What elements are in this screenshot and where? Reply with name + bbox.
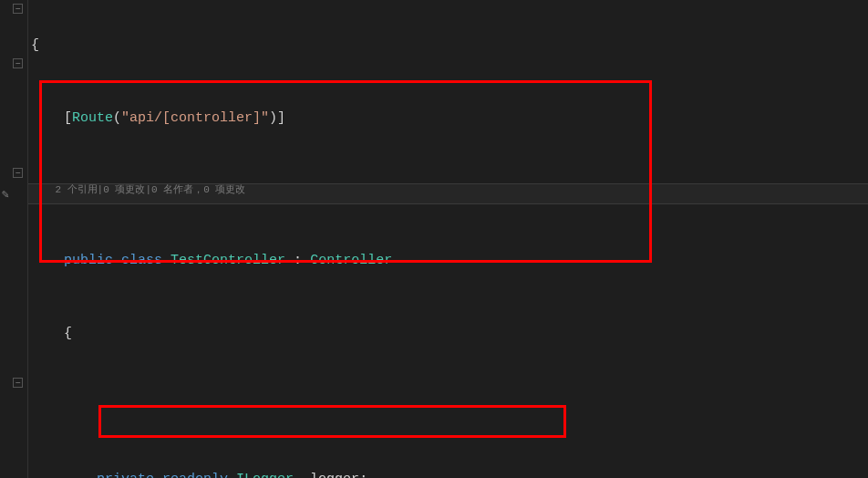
code-editor[interactable]: − − − − ✎ { [Route("api/[controller]")] …: [0, 0, 868, 478]
gutter: − − − −: [0, 0, 28, 478]
fold-icon[interactable]: −: [13, 168, 23, 178]
brace-open: {: [31, 37, 39, 53]
field-type: ILogger: [236, 472, 294, 478]
kw-private: private: [97, 472, 154, 478]
lightbulb-icon[interactable]: ✎: [2, 186, 9, 204]
class-name: TestController: [170, 253, 285, 268]
codelens[interactable]: 2 个引用|0 项更改|0 名作者，0 项更改: [31, 182, 868, 197]
fold-icon[interactable]: −: [13, 4, 23, 14]
fold-icon[interactable]: −: [13, 58, 23, 68]
kw-public: public: [64, 253, 113, 268]
paren: (: [113, 110, 121, 126]
kw-readonly: readonly: [162, 472, 228, 478]
attr-open: [: [64, 110, 72, 126]
paren-close: ): [269, 110, 277, 126]
code-area[interactable]: { [Route("api/[controller]")] 2 个引用|0 项更…: [31, 0, 868, 478]
brace-open: {: [64, 326, 72, 341]
semi: ;: [359, 472, 367, 478]
colon: :: [285, 253, 310, 268]
field-name: _logger: [302, 472, 359, 478]
attr-close: ]: [277, 110, 285, 126]
kw-class: class: [121, 253, 162, 268]
fold-icon[interactable]: −: [13, 378, 23, 388]
attr-string: "api/[controller]": [121, 110, 269, 126]
base-class: Controller: [310, 253, 392, 268]
attr-name: Route: [72, 110, 113, 126]
